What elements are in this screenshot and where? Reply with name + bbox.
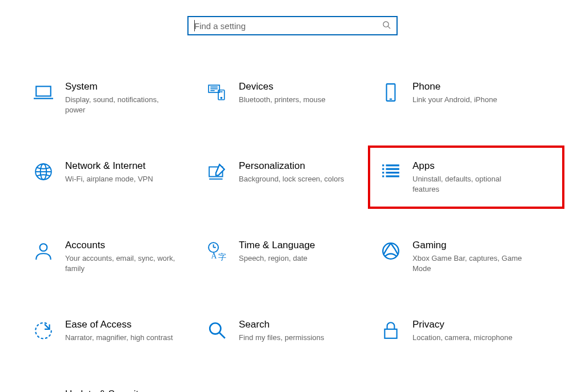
svg-text:字: 字 (218, 253, 226, 261)
tile-text: Devices Bluetooth, printers, mouse (239, 81, 326, 105)
search-box[interactable] (187, 16, 398, 35)
svg-rect-35 (384, 329, 396, 338)
tile-accounts[interactable]: Accounts Your accounts, email, sync, wor… (33, 237, 205, 276)
tile-text: Network & Internet Wi-Fi, airplane mode,… (65, 160, 153, 184)
time-language-icon: A 字 (207, 241, 227, 261)
tile-personalization[interactable]: Personalization Background, lock screen,… (207, 158, 378, 196)
tile-network[interactable]: Network & Internet Wi-Fi, airplane mode,… (33, 158, 205, 196)
svg-point-33 (210, 324, 221, 334)
apps-icon (380, 161, 401, 182)
svg-point-0 (383, 21, 388, 26)
svg-point-26 (40, 244, 47, 251)
tile-title: Personalization (239, 160, 344, 172)
tile-text: Update & Security Windows Update, recove… (65, 389, 179, 392)
tile-text: Phone Link your Android, iPhone (412, 81, 497, 105)
gaming-icon (380, 241, 401, 261)
tile-title: Network & Internet (65, 160, 153, 172)
tile-title: Privacy (412, 319, 512, 330)
tile-text: Personalization Background, lock screen,… (239, 160, 344, 184)
tile-text: Accounts Your accounts, email, sync, wor… (65, 240, 179, 273)
tile-desc: Uninstall, defaults, optional features (412, 174, 527, 194)
search-input[interactable] (194, 21, 382, 31)
tile-title: Time & Language (239, 240, 315, 251)
tile-title: System (65, 81, 179, 92)
tile-title: Update & Security (65, 389, 179, 392)
search-container (0, 0, 585, 47)
tile-apps[interactable]: Apps Uninstall, defaults, optional featu… (380, 158, 552, 196)
tile-desc: Wi-Fi, airplane mode, VPN (65, 174, 153, 184)
tile-text: Search Find my files, permissions (239, 319, 324, 343)
tile-time-language[interactable]: A 字 Time & Language Speech, region, date (207, 237, 378, 276)
tile-text: Time & Language Speech, region, date (239, 240, 315, 264)
tile-ease-of-access[interactable]: Ease of Access Narrator, magnifier, high… (33, 317, 205, 345)
tile-title: Phone (412, 81, 497, 92)
globe-icon (33, 161, 54, 182)
svg-line-1 (388, 26, 390, 29)
personalization-icon (207, 161, 227, 182)
svg-rect-24 (386, 172, 399, 173)
accounts-icon (33, 241, 54, 261)
tile-update-security[interactable]: Update & Security Windows Update, recove… (33, 386, 205, 392)
svg-rect-25 (386, 175, 399, 177)
tile-desc: Narrator, magnifier, high contrast (65, 333, 173, 343)
ease-of-access-icon (33, 320, 54, 341)
svg-rect-23 (386, 168, 399, 170)
tile-devices[interactable]: Devices Bluetooth, printers, mouse (207, 79, 378, 117)
svg-rect-2 (36, 86, 51, 96)
tile-system[interactable]: System Display, sound, notifications, po… (33, 79, 205, 117)
search-category-icon (207, 320, 227, 341)
tile-title: Search (239, 319, 324, 330)
devices-icon (207, 82, 227, 103)
tile-text: Apps Uninstall, defaults, optional featu… (412, 160, 527, 194)
svg-rect-19 (382, 168, 384, 170)
svg-rect-18 (382, 164, 384, 166)
settings-grid: System Display, sound, notifications, po… (0, 47, 585, 392)
tile-desc: Bluetooth, printers, mouse (239, 95, 326, 105)
svg-point-9 (221, 98, 222, 99)
svg-rect-11 (387, 84, 395, 101)
tile-phone[interactable]: Phone Link your Android, iPhone (380, 79, 552, 117)
tile-desc: Background, lock screen, colors (239, 174, 344, 184)
tile-desc: Speech, region, date (239, 253, 315, 264)
tile-text: Ease of Access Narrator, magnifier, high… (65, 319, 173, 343)
search-icon (382, 21, 391, 31)
tile-desc: Find my files, permissions (239, 333, 324, 343)
tile-gaming[interactable]: Gaming Xbox Game Bar, captures, Game Mod… (380, 237, 552, 276)
tile-text: Privacy Location, camera, microphone (412, 319, 512, 343)
tile-desc: Xbox Game Bar, captures, Game Mode (412, 253, 527, 273)
tile-desc: Display, sound, notifications, power (65, 95, 179, 115)
svg-rect-21 (382, 175, 384, 177)
tile-privacy[interactable]: Privacy Location, camera, microphone (380, 317, 552, 345)
tile-desc: Location, camera, microphone (412, 333, 512, 343)
tile-title: Apps (412, 160, 527, 172)
svg-text:A: A (211, 252, 217, 260)
tile-search[interactable]: Search Find my files, permissions (207, 317, 378, 345)
tile-title: Ease of Access (65, 319, 173, 330)
tile-title: Gaming (412, 240, 527, 251)
svg-rect-22 (386, 164, 399, 166)
tile-text: System Display, sound, notifications, po… (65, 81, 179, 115)
tile-title: Devices (239, 81, 326, 92)
tile-text: Gaming Xbox Game Bar, captures, Game Mod… (412, 240, 527, 273)
text-caret (194, 20, 195, 31)
tile-title: Accounts (65, 240, 179, 251)
svg-line-34 (219, 333, 225, 339)
tile-desc: Your accounts, email, sync, work, family (65, 253, 179, 273)
update-icon (33, 390, 54, 392)
lock-icon (380, 320, 401, 341)
system-icon (33, 82, 54, 103)
svg-rect-20 (382, 172, 384, 173)
tile-desc: Link your Android, iPhone (412, 95, 497, 105)
phone-icon (380, 82, 401, 103)
